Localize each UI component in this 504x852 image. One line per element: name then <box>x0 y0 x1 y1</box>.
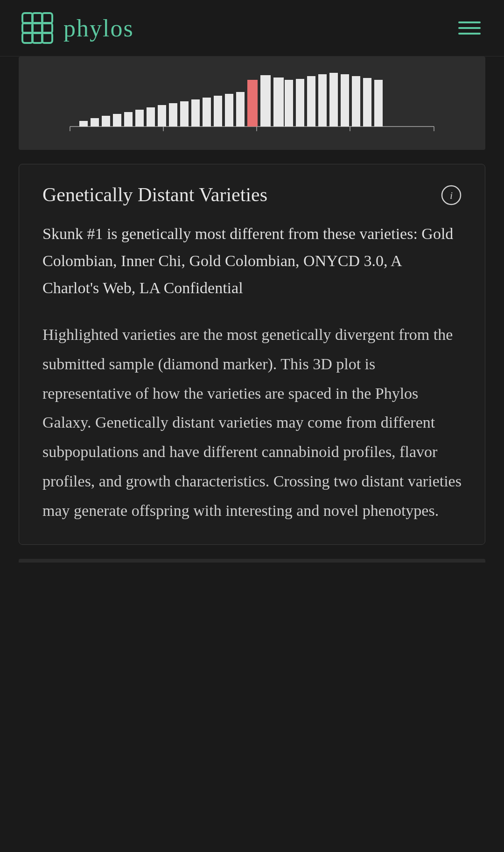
logo-text: phylos <box>63 14 134 42</box>
svg-rect-20 <box>135 110 144 127</box>
svg-rect-7 <box>42 23 52 33</box>
svg-rect-23 <box>169 103 177 127</box>
svg-rect-35 <box>307 76 315 127</box>
svg-rect-37 <box>329 73 338 127</box>
menu-line-2 <box>458 27 481 29</box>
svg-rect-31 <box>260 75 271 127</box>
svg-rect-36 <box>318 74 327 127</box>
svg-rect-28 <box>225 94 233 127</box>
svg-rect-21 <box>147 107 155 127</box>
svg-rect-29 <box>236 92 245 127</box>
info-icon[interactable]: i <box>441 185 462 205</box>
svg-rect-5 <box>32 33 42 43</box>
genetic-distance-chart <box>28 66 476 141</box>
svg-rect-40 <box>363 78 371 127</box>
phylos-logo-icon <box>19 9 56 47</box>
genetic-chart-section <box>19 56 485 150</box>
svg-rect-2 <box>22 33 33 43</box>
svg-rect-19 <box>124 112 133 127</box>
svg-rect-41 <box>374 80 383 127</box>
svg-rect-26 <box>203 98 211 127</box>
description-text: Highlighted varieties are the most genet… <box>42 320 462 526</box>
logo-container: phylos <box>19 9 134 47</box>
svg-rect-3 <box>42 33 52 43</box>
svg-rect-6 <box>22 23 33 33</box>
bottom-bar <box>19 559 485 563</box>
svg-rect-32 <box>273 77 284 127</box>
svg-rect-16 <box>91 118 99 127</box>
svg-rect-25 <box>191 99 200 127</box>
svg-rect-34 <box>296 79 304 127</box>
svg-rect-24 <box>180 101 189 127</box>
svg-rect-4 <box>32 13 42 23</box>
svg-rect-38 <box>341 74 349 127</box>
app-header: phylos <box>0 0 504 56</box>
svg-text:i: i <box>450 190 453 201</box>
menu-line-3 <box>458 33 481 35</box>
svg-rect-15 <box>79 121 88 127</box>
svg-rect-22 <box>158 105 166 127</box>
card-header: Genetically Distant Varieties i <box>42 183 462 206</box>
svg-rect-8 <box>32 23 42 33</box>
svg-rect-30 <box>247 80 258 127</box>
genetically-distant-card: Genetically Distant Varieties i Skunk #1… <box>19 164 485 545</box>
svg-rect-27 <box>214 96 222 127</box>
hamburger-menu-button[interactable] <box>454 17 485 39</box>
menu-line-1 <box>458 21 481 23</box>
svg-rect-33 <box>285 80 293 127</box>
svg-rect-39 <box>352 76 360 127</box>
svg-rect-0 <box>22 13 33 23</box>
card-title: Genetically Distant Varieties <box>42 183 267 206</box>
variety-list-text: Skunk #1 is genetically most different f… <box>42 220 462 301</box>
svg-rect-18 <box>113 114 121 127</box>
svg-rect-1 <box>42 13 52 23</box>
svg-rect-17 <box>102 116 110 127</box>
